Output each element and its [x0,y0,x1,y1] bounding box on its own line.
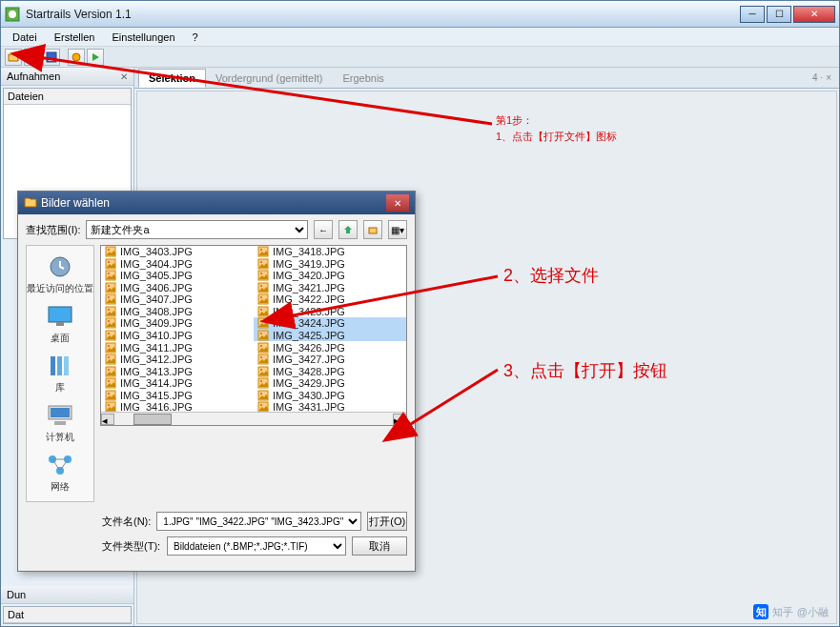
place-recent[interactable]: 最近访问的位置 [27,253,93,295]
toolbar [1,47,839,68]
process-button[interactable] [68,49,85,66]
dialog-titlebar: Bilder wählen ✕ [18,192,415,214]
menu-datei[interactable]: Datei [5,30,45,45]
svg-rect-5 [369,228,377,233]
file-item[interactable]: IMG_3422.JPG [254,293,406,306]
svg-point-43 [108,393,110,394]
panel-aufnahmen-header: Aufnahmen ✕ [1,68,133,86]
svg-rect-14 [54,421,66,425]
file-item[interactable]: IMG_3421.JPG [254,282,406,294]
titlebar: Startrails Version 1.1 ─ ☐ ✕ [1,1,839,28]
svg-point-41 [108,380,110,382]
close-button[interactable]: ✕ [793,6,835,23]
filetype-select[interactable]: Bilddateien (*.BMP;*.JPG;*.TIF) [167,536,346,556]
maximize-button[interactable]: ☐ [767,6,791,23]
place-computer[interactable]: 计算机 [45,402,75,444]
file-item[interactable]: IMG_3409.JPG [101,317,254,330]
svg-point-51 [260,261,262,263]
open-dark-button[interactable] [24,49,41,66]
file-list[interactable]: IMG_3403.JPGIMG_3404.JPGIMG_3405.JPGIMG_… [100,245,407,426]
place-desktop[interactable]: 桌面 [45,303,75,345]
app-icon [5,7,20,22]
file-item[interactable]: IMG_3411.JPG [101,341,254,354]
file-item[interactable]: IMG_3420.JPG [254,270,406,282]
svg-rect-3 [49,58,54,61]
file-item[interactable]: IMG_3430.JPG [254,389,406,401]
svg-text:知: 知 [754,606,766,617]
file-item[interactable]: IMG_3418.JPG [254,246,406,258]
file-hscrollbar[interactable]: ◂ ▸ [101,412,406,425]
svg-point-35 [108,345,110,347]
file-item[interactable]: IMG_3413.JPG [101,365,254,377]
lookin-label: 查找范围(I): [26,223,80,237]
file-item[interactable]: IMG_3414.JPG [101,377,254,390]
file-item[interactable]: IMG_3408.JPG [101,306,254,318]
back-button[interactable]: ← [314,220,333,239]
play-button[interactable] [87,49,104,66]
place-libraries[interactable]: 库 [45,353,75,394]
filetype-label: 文件类型(T): [102,539,161,554]
dialog-close-button[interactable]: ✕ [386,194,409,212]
svg-point-59 [260,309,262,311]
dialog-bottom: 文件名(N): 1.JPG" "IMG_3422.JPG" "IMG_3423.… [18,508,415,571]
file-item[interactable]: IMG_3415.JPG [101,389,254,401]
dun-header: Dun [1,586,133,604]
save-button[interactable] [43,49,60,66]
svg-point-61 [260,320,262,322]
file-item[interactable]: IMG_3406.JPG [101,282,254,294]
file-item[interactable]: IMG_3403.JPG [101,246,254,258]
tabs-right-marker[interactable]: 4 ⋅ × [812,72,835,83]
file-item[interactable]: IMG_3427.JPG [254,354,406,366]
places-bar: 最近访问的位置 桌面 库 计算机 网络 [26,245,94,502]
filename-input[interactable]: 1.JPG" "IMG_3422.JPG" "IMG_3423.JPG" [156,512,361,531]
file-item[interactable]: IMG_3423.JPG [254,306,406,318]
file-item[interactable]: IMG_3425.JPG [254,330,406,342]
svg-point-57 [260,296,262,298]
file-item[interactable]: IMG_3426.JPG [254,341,406,354]
svg-point-21 [108,261,110,263]
tabs: Selektion Vordergrund (gemittelt) Ergebn… [134,68,839,89]
cancel-button[interactable]: 取消 [352,536,407,556]
newfolder-button[interactable] [363,220,382,239]
svg-point-63 [260,333,262,334]
dialog-body: 最近访问的位置 桌面 库 计算机 网络 IMG_3403.JPGIMG_3404… [18,245,415,508]
annotation-step3: 3、点击【打开】按钮 [503,358,667,384]
file-item[interactable]: IMG_3424.JPG [254,317,406,330]
tab-selektion[interactable]: Selektion [138,69,206,88]
file-item[interactable]: IMG_3428.JPG [254,365,406,377]
place-network[interactable]: 网络 [45,452,75,494]
menu-help[interactable]: ? [185,30,206,45]
file-item[interactable]: IMG_3410.JPG [101,330,254,342]
dat-label: Dat [4,607,131,623]
svg-point-67 [260,356,262,358]
svg-point-29 [108,309,110,311]
svg-point-25 [108,285,110,287]
viewmenu-button[interactable]: ▦▾ [388,220,407,239]
dat-box: Dat [3,606,132,624]
scroll-right-button[interactable]: ▸ [393,414,406,425]
menu-einstellungen[interactable]: Einstellungen [104,30,182,45]
minimize-button[interactable]: ─ [740,6,765,23]
file-item[interactable]: IMG_3429.JPG [254,377,406,390]
open-button[interactable]: 打开(O) [367,512,407,531]
svg-point-75 [260,404,262,406]
file-item[interactable]: IMG_3419.JPG [254,258,406,271]
aufnahmen-label: Aufnahmen [7,71,60,82]
lookin-select[interactable]: 新建文件夹a [86,220,308,239]
tab-ergebnis[interactable]: Ergebnis [333,70,394,87]
file-item[interactable]: IMG_3404.JPG [101,258,254,271]
scroll-thumb[interactable] [133,414,172,425]
window-title: Startrails Version 1.1 [26,8,738,21]
menu-erstellen[interactable]: Erstellen [47,30,103,45]
svg-point-71 [260,380,262,382]
svg-point-33 [108,333,110,334]
file-item[interactable]: IMG_3412.JPG [101,354,254,366]
file-item[interactable]: IMG_3405.JPG [101,270,254,282]
tab-vordergrund[interactable]: Vordergrund (gemittelt) [206,70,334,87]
scroll-left-button[interactable]: ◂ [101,414,114,425]
open-file-button[interactable] [5,49,22,66]
panel-close-icon[interactable]: ✕ [120,71,128,82]
up-button[interactable] [338,220,358,239]
file-item[interactable]: IMG_3407.JPG [101,293,254,306]
watermark-author: @小融 [797,605,829,619]
